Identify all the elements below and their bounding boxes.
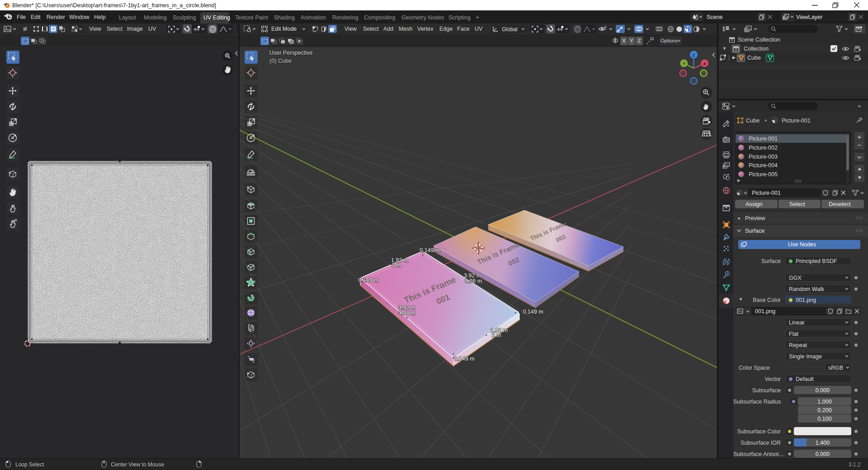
svg-text:0.149 m: 0.149 m	[420, 247, 440, 254]
svg-text:2 m: 2 m	[492, 332, 501, 338]
svg-text:0.149 m: 0.149 m	[523, 309, 543, 315]
svg-text:0.149 m: 0.149 m	[358, 277, 378, 283]
svg-text:3.98 m: 3.98 m	[465, 278, 482, 284]
svg-text:0.149 m: 0.149 m	[454, 356, 474, 362]
svg-text:X: X	[703, 61, 706, 66]
svg-text:3.98 m: 3.98 m	[398, 310, 415, 316]
svg-text:2 m: 2 m	[392, 262, 401, 268]
svg-text:Y: Y	[683, 61, 686, 66]
svg-text:Z: Z	[693, 52, 695, 57]
